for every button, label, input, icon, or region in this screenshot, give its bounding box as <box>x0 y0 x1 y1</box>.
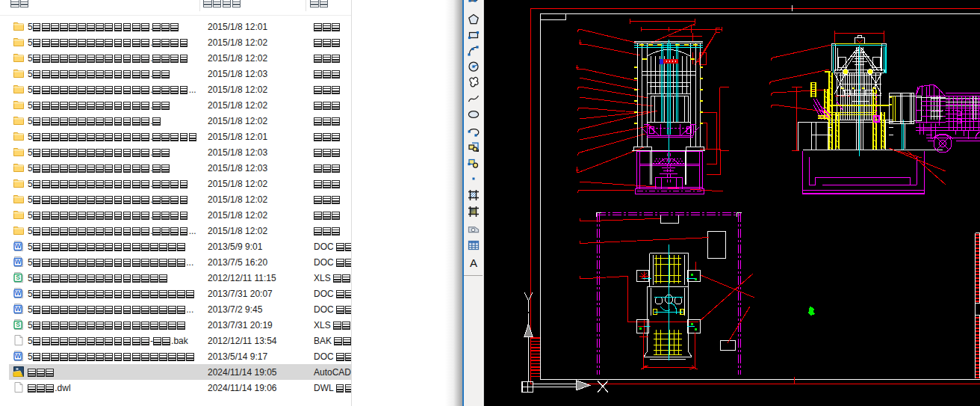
svg-text:S: S <box>16 321 20 328</box>
svg-text:W: W <box>15 305 22 313</box>
svg-text:A: A <box>470 256 477 269</box>
svg-text:W: W <box>15 242 22 250</box>
svg-text:W: W <box>15 352 22 360</box>
svg-text:W: W <box>15 289 22 297</box>
svg-text:S: S <box>16 274 20 281</box>
svg-text:W: W <box>15 258 22 265</box>
